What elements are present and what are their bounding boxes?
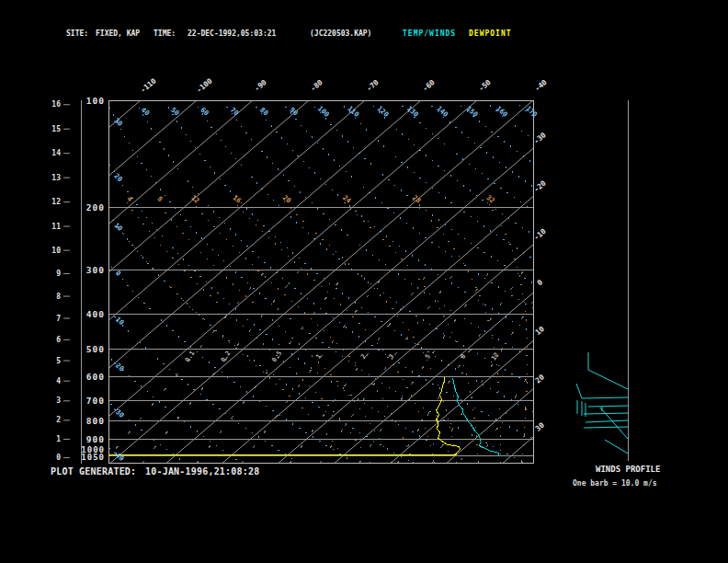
isotherm-right-label: 20 bbox=[534, 373, 546, 385]
isotherm-right-label: -30 bbox=[532, 131, 548, 145]
dry-adiabat-label: 30 bbox=[112, 116, 124, 128]
pressure-label: 600 bbox=[86, 372, 105, 382]
winds-profile-legend: One barb = 10.0 m/s bbox=[573, 479, 657, 488]
plot-generated-label: PLOT GENERATED: bbox=[51, 466, 136, 477]
mixing-ratio-line bbox=[242, 270, 388, 463]
dry-adiabat-label: 10 bbox=[112, 221, 124, 233]
isotherm-right-label: 0 bbox=[536, 278, 545, 287]
height-label: 9 bbox=[56, 270, 61, 278]
wind-barb-segment bbox=[576, 384, 582, 398]
mixing-ratio-label: 8 bbox=[460, 353, 468, 361]
mixing-ratio-line bbox=[478, 270, 594, 463]
isotherm-right-label: 10 bbox=[534, 325, 546, 337]
pressure-label: 100 bbox=[86, 96, 105, 106]
isotherm-line bbox=[0, 100, 309, 464]
mixing-ratio-label: 12 bbox=[490, 351, 500, 362]
dry-adiabat-line bbox=[397, 100, 728, 462]
dry-adiabat-label: 140 bbox=[435, 104, 449, 119]
isotherm-top-label: -70 bbox=[365, 78, 381, 93]
dry-adiabat-label: 150 bbox=[465, 104, 480, 119]
mixing-ratio-lines bbox=[104, 270, 594, 463]
isotherm-line bbox=[391, 100, 728, 464]
mixing-ratio-label: 5 bbox=[424, 353, 432, 361]
dry-adiabat-line bbox=[455, 100, 728, 462]
moist-adiabat-line bbox=[233, 201, 435, 463]
dry-adiabat-label: 80 bbox=[258, 106, 270, 118]
pressure-lines bbox=[108, 100, 533, 455]
moist-adiabat-label: 12 bbox=[189, 193, 201, 205]
dry-adiabat-line bbox=[222, 100, 728, 462]
height-label: 1 bbox=[56, 435, 61, 443]
dry-adiabat-line bbox=[0, 100, 296, 462]
pressure-label: 400 bbox=[86, 309, 105, 319]
dry-adiabat-line bbox=[483, 100, 728, 462]
pressure-label: 900 bbox=[86, 434, 105, 444]
winds-profile-title: WINDS PROFILE bbox=[596, 465, 660, 474]
moist-adiabat-label: 24 bbox=[341, 193, 353, 205]
dry-adiabat-line bbox=[368, 100, 728, 462]
dry-adiabat-label: -20 bbox=[111, 359, 126, 373]
moist-adiabat-line bbox=[156, 201, 392, 463]
plot-generated-value: 10-JAN-1996,21:08:28 bbox=[145, 466, 259, 477]
mixing-ratio-line bbox=[359, 270, 491, 463]
wind-barbs bbox=[576, 352, 628, 454]
plot-area bbox=[0, 100, 728, 464]
dry-adiabats bbox=[0, 100, 728, 462]
isotherm-line bbox=[335, 100, 728, 464]
height-label: 15 bbox=[51, 125, 61, 133]
height-label: 6 bbox=[56, 336, 61, 344]
dry-adiabat-line bbox=[280, 100, 728, 462]
moist-adiabat-label: 4 bbox=[125, 195, 134, 204]
height-label: 4 bbox=[56, 377, 61, 385]
pressure-label: 200 bbox=[86, 202, 105, 213]
isotherm-right-label: -20 bbox=[532, 178, 548, 193]
dry-adiabat-line bbox=[193, 100, 693, 462]
isotherm-top-label: -40 bbox=[533, 78, 549, 93]
height-label: 12 bbox=[51, 198, 61, 206]
height-label: 14 bbox=[51, 149, 61, 157]
mixing-ratio-line bbox=[432, 270, 554, 463]
wind-barb-segment bbox=[584, 427, 628, 428]
dry-adiabat-label: 110 bbox=[346, 104, 360, 119]
wind-barb-segment bbox=[600, 408, 628, 439]
dry-adiabat-line bbox=[513, 100, 728, 462]
height-label: 7 bbox=[56, 315, 61, 323]
dry-adiabat-label: 100 bbox=[316, 104, 331, 119]
dry-adiabat-label: 60 bbox=[199, 106, 210, 118]
isotherm-top-label: -60 bbox=[421, 78, 437, 93]
isotherms bbox=[0, 100, 728, 464]
dry-adiabat-line bbox=[77, 100, 466, 462]
pressure-label: 800 bbox=[86, 416, 105, 426]
pressure-label: 500 bbox=[86, 344, 105, 354]
height-label: 2 bbox=[56, 416, 61, 424]
isotherm-top-label: -80 bbox=[309, 78, 324, 93]
dry-adiabat-label: 50 bbox=[169, 106, 181, 118]
pressure-label: 1050 bbox=[81, 453, 105, 462]
wind-barb-segment bbox=[582, 397, 628, 398]
isotherm-top-label: -90 bbox=[253, 78, 268, 93]
moist-adiabat-line bbox=[344, 201, 479, 463]
mixing-ratio-label: 0.1 bbox=[184, 350, 197, 363]
dry-adiabat-line bbox=[165, 100, 636, 462]
mixing-ratio-line bbox=[104, 270, 267, 463]
moist-adiabat-label: 8 bbox=[155, 195, 165, 204]
moist-adiabat-line bbox=[487, 201, 528, 463]
moist-adiabat-line bbox=[127, 201, 370, 463]
isotherm-right-label: -10 bbox=[532, 227, 548, 242]
moist-adiabat-label: 32 bbox=[484, 193, 496, 205]
dry-adiabat-label: 40 bbox=[140, 106, 152, 118]
isotherm-line bbox=[279, 100, 701, 464]
mixing-ratio-line bbox=[320, 270, 457, 463]
moist-adiabat-label: 20 bbox=[281, 193, 293, 205]
dry-adiabat-label: 130 bbox=[405, 104, 420, 119]
mixing-ratio-line bbox=[142, 270, 301, 463]
winds-profile bbox=[576, 100, 628, 461]
pressure-label: 300 bbox=[86, 265, 105, 275]
mixing-ratio-line bbox=[397, 270, 524, 463]
dry-adiabat-line bbox=[0, 100, 183, 462]
dry-adiabat-line bbox=[0, 100, 126, 462]
mixing-ratio-line bbox=[197, 270, 348, 463]
isotherm-line bbox=[110, 100, 533, 464]
dry-adiabat-line bbox=[310, 100, 728, 462]
isotherm-right-label: 30 bbox=[534, 421, 546, 433]
